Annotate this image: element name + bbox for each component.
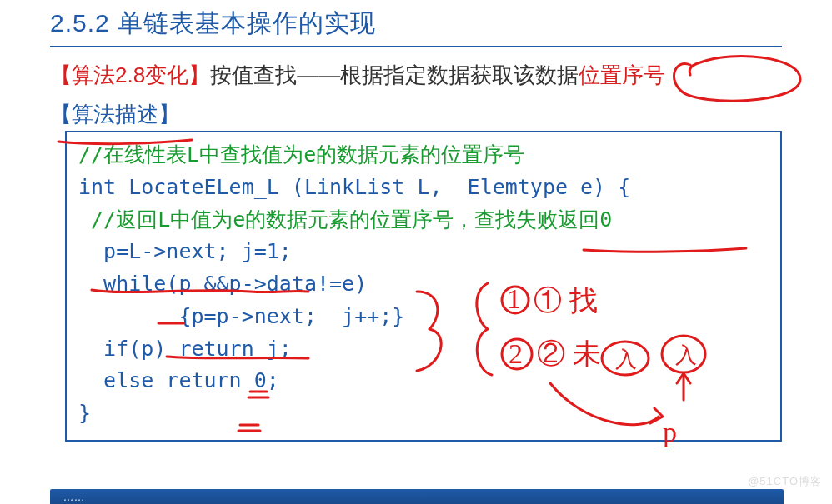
code-line-else: else return 0; [78,365,769,397]
watermark: @51CTO博客 [748,474,822,489]
code-line-close: } [78,397,769,430]
footer-bar: …… [50,489,784,504]
code-line-if: if(p) return j; [78,333,769,366]
topic-line: 【算法2.8变化】按值查找——根据指定数据获取该数据位置序号 [50,59,782,92]
code-comment-2: //返回L中值为e的数据元素的位置序号，查找失败返回0 [78,204,769,237]
topic-text-highlight: 位置序号 [579,62,665,87]
code-line-signature: int LocateELem_L (LinkList L, Elemtype e… [78,172,769,204]
section-heading: 2.5.2 单链表基本操作的实现 [50,0,782,47]
code-comment-1: //在线性表L中查找值为e的数据元素的位置序号 [78,139,769,172]
bracket-algorithm-label: 【算法2.8变化】 [50,62,210,87]
footer-bar-text: …… [50,491,85,503]
code-line-init: p=L->next; j=1; [78,236,769,268]
description-label: 【算法描述】 [50,100,782,129]
topic-text-main: 按值查找——根据指定数据获取该数据 [210,62,579,87]
code-line-while: while(p &&p->data!=e) [78,268,769,301]
slide-page: 2.5.2 单链表基本操作的实现 【算法2.8变化】按值查找——根据指定数据获取… [0,0,832,504]
code-line-loop-body: {p=p->next; j++;} [78,301,769,333]
code-box: //在线性表L中查找值为e的数据元素的位置序号 int LocateELem_L… [65,131,782,442]
